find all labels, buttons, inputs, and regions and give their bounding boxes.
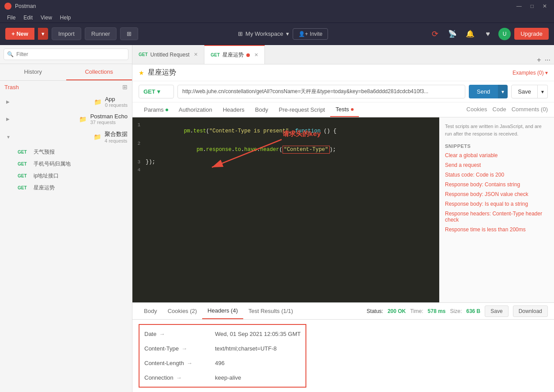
save-button[interactable]: Save: [511, 85, 538, 98]
new-collection-icon[interactable]: ⊞: [122, 83, 128, 90]
examples-link[interactable]: Examples (0) ▾: [513, 70, 548, 76]
radio-button[interactable]: 📡: [445, 27, 460, 41]
heart-button[interactable]: ♥: [481, 27, 495, 41]
menu-edit[interactable]: Edit: [20, 14, 36, 22]
maximize-btn[interactable]: □: [528, 3, 536, 9]
method-badge: GET: [18, 162, 30, 166]
window-controls[interactable]: — □ ✕: [514, 3, 550, 9]
layout-button[interactable]: ⊞: [120, 27, 138, 40]
subtab-params[interactable]: Params: [139, 102, 173, 117]
snippet-send-request[interactable]: Send a request: [445, 162, 549, 168]
snippet-status-200[interactable]: Status code: Code is 200: [445, 172, 549, 178]
header-value: keep-alive: [215, 374, 241, 381]
snippet-response-time[interactable]: Response time is less than 200ms: [445, 226, 549, 233]
notifications-button[interactable]: 🔔: [463, 27, 477, 41]
sidebar-group-juhe[interactable]: ▼ 📁 聚合数据 4 requests: [0, 128, 132, 146]
resp-tab-cookies[interactable]: Cookies (2): [162, 303, 202, 319]
tab-name: Untitled Request: [151, 52, 190, 58]
sidebar: 🔍 History Collections Trash ⊞ ▶ 📁 App 0 …: [0, 45, 132, 392]
snippets-description: Test scripts are written in JavaScript, …: [445, 123, 549, 137]
tabs-bar: GET Untitled Request ✕ GET 星座运势 ✕ + ···: [132, 45, 554, 64]
menu-help[interactable]: Help: [57, 14, 75, 22]
snippet-body-json[interactable]: Response body: JSON value check: [445, 191, 549, 197]
save-response-button[interactable]: Save: [485, 305, 508, 317]
snippet-body-contains[interactable]: Response body: Contains string: [445, 181, 549, 188]
resp-tab-headers[interactable]: Headers (4): [202, 303, 243, 319]
request-header: ★ 星座运势 Examples (0) ▾: [132, 64, 554, 81]
sidebar-group-app[interactable]: ▶ 📁 App 0 requests: [0, 93, 132, 110]
code-link[interactable]: Code: [493, 106, 506, 113]
arrow-icon: →: [176, 374, 182, 381]
star-icon[interactable]: ★: [139, 69, 144, 76]
invite-button[interactable]: 👤+ Invite: [293, 28, 328, 40]
method-select[interactable]: GET ▾: [139, 85, 174, 98]
tab-collections[interactable]: Collections: [66, 64, 132, 80]
upgrade-button[interactable]: Upgrade: [514, 28, 549, 40]
code-line-4: 4: [132, 167, 439, 175]
sidebar-item-constellation[interactable]: GET 星座运势: [0, 182, 132, 194]
subtab-body[interactable]: Body: [250, 102, 274, 117]
header-row-content-length: Content-Length → 496: [139, 356, 305, 370]
sidebar-item-phone[interactable]: GET 手机号码归属地: [0, 158, 132, 170]
filter-input[interactable]: [4, 49, 128, 60]
resp-tab-body[interactable]: Body: [139, 303, 162, 319]
cookies-link[interactable]: Cookies: [467, 106, 487, 113]
header-value: 496: [215, 360, 225, 366]
subtab-prerequest[interactable]: Pre-request Script: [273, 102, 330, 117]
url-bar: GET ▾ Send ▾ Save ▾: [132, 81, 554, 102]
more-tabs-button[interactable]: ···: [545, 56, 550, 64]
app-title: Postman: [15, 3, 36, 9]
runner-button[interactable]: Runner: [85, 27, 117, 40]
folder-icon: 📁: [94, 98, 102, 106]
download-response-button[interactable]: Download: [513, 305, 548, 317]
extra-tabs: Cookies Code Comments (0): [467, 102, 548, 117]
tab-close-icon[interactable]: ✕: [194, 52, 198, 57]
tab-untitled-request[interactable]: GET Untitled Request ✕: [132, 45, 204, 64]
new-button[interactable]: + New: [5, 28, 34, 40]
close-btn[interactable]: ✕: [540, 3, 550, 9]
workspace-selector[interactable]: ⊞ My Workspace ▾: [238, 30, 289, 37]
add-tab-button[interactable]: +: [537, 56, 541, 64]
menu-file[interactable]: File: [4, 14, 19, 22]
subtab-tests[interactable]: Tests: [330, 102, 358, 117]
snippets-panel: Test scripts are written in JavaScript, …: [439, 117, 554, 302]
minimize-btn[interactable]: —: [514, 3, 524, 9]
status-label: Status:: [367, 308, 383, 314]
subtab-label: Headers: [223, 106, 245, 113]
tabs-extra: + ···: [533, 56, 554, 64]
sidebar-item-tianqi[interactable]: GET 天气预报: [0, 146, 132, 158]
sidebar-item-ip[interactable]: GET ip地址接口: [0, 170, 132, 182]
sync-button[interactable]: ⟳: [428, 27, 442, 41]
arrow-icon: →: [159, 331, 165, 337]
editor-area: 1 pm.test("Content-Type is present", fun…: [132, 117, 554, 302]
new-dropdown-button[interactable]: ▾: [38, 28, 48, 40]
comments-link[interactable]: Comments (0): [512, 106, 548, 113]
resp-tab-test-results[interactable]: Test Results (1/1): [243, 303, 298, 319]
tab-constellation-active[interactable]: GET 星座运势 ✕: [204, 45, 265, 64]
snippet-body-equal[interactable]: Response body: Is equal to a string: [445, 201, 549, 207]
send-button[interactable]: Send: [469, 85, 498, 98]
tab-close-icon[interactable]: ✕: [254, 52, 258, 58]
subtab-authorization[interactable]: Authorization: [173, 102, 218, 117]
toolbar-center: ⊞ My Workspace ▾ 👤+ Invite: [142, 28, 424, 40]
avatar-button[interactable]: U: [498, 28, 511, 40]
size-value: 636 B: [466, 308, 480, 314]
snippet-clear-global[interactable]: Clear a global variable: [445, 152, 549, 158]
snippet-headers-content-type[interactable]: Response headers: Content-Type header ch…: [445, 211, 549, 223]
subtab-headers[interactable]: Headers: [218, 102, 250, 117]
send-dropdown-button[interactable]: ▾: [498, 85, 508, 98]
group-name: App: [105, 96, 128, 102]
sidebar-group-postman-echo[interactable]: ▶ 📁 Postman Echo 37 requests: [0, 110, 132, 128]
trash-label[interactable]: Trash: [4, 84, 19, 90]
snippets-label: SNIPPETS: [445, 143, 549, 149]
save-dropdown-button[interactable]: ▾: [538, 85, 548, 98]
group-info: 聚合数据 4 requests: [105, 130, 128, 143]
menu-view[interactable]: View: [37, 14, 56, 22]
url-input[interactable]: [177, 85, 465, 98]
group-count: 4 requests: [105, 138, 128, 143]
import-button[interactable]: Import: [52, 27, 81, 40]
code-editor[interactable]: 1 pm.test("Content-Type is present", fun…: [132, 117, 439, 302]
method-value: GET: [143, 88, 155, 95]
method-badge: GET: [18, 185, 30, 190]
tab-history[interactable]: History: [0, 64, 66, 80]
